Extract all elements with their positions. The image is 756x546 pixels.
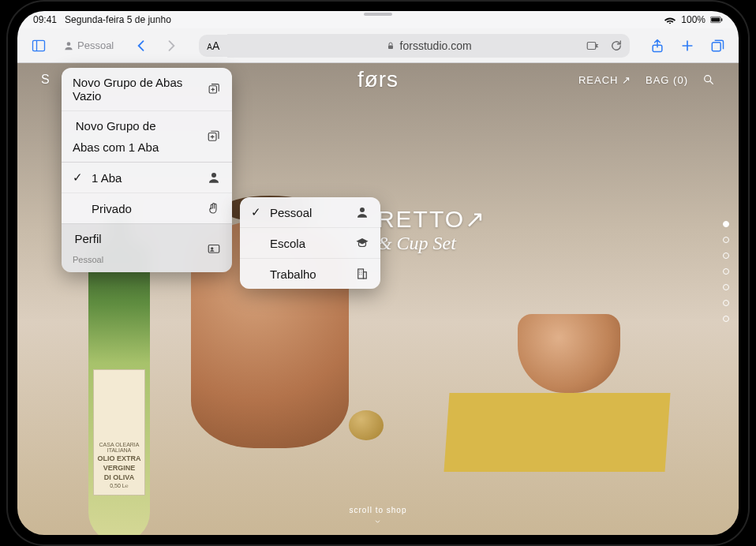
cup-graphic	[518, 314, 620, 393]
label: Escola	[270, 237, 305, 250]
scroll-hint: scroll to shop	[350, 506, 407, 525]
menu-new-tab-group-with-one[interactable]: Novo Grupo de Abas com 1 Aba	[62, 110, 232, 162]
sidebar-icon	[31, 38, 47, 54]
hero-text: RETTO↗ & Cup Set	[377, 205, 486, 254]
person-icon	[355, 205, 369, 219]
label: Novo Grupo de Abas Vazio	[73, 76, 208, 103]
shop-link[interactable]: S	[41, 73, 50, 87]
status-time: 09:41	[33, 14, 57, 25]
battery-icon	[710, 16, 723, 24]
chevron-left-icon	[133, 38, 149, 54]
bottle-line2: VERGINE	[103, 464, 136, 472]
sidebar-button[interactable]	[25, 32, 52, 59]
scroll-hint-text: scroll to shop	[350, 506, 407, 514]
page-settings-button[interactable]: AA	[199, 35, 227, 57]
page-dot-7[interactable]	[723, 316, 729, 322]
fruit-graphic	[349, 410, 384, 440]
svg-rect-3	[33, 40, 45, 50]
tabs-icon	[709, 38, 725, 54]
label-line2: Abas com 1 Aba	[73, 140, 159, 154]
tab-group-plus-icon	[207, 129, 221, 144]
svg-rect-18	[364, 272, 367, 279]
menu-private[interactable]: Privado	[62, 193, 232, 223]
graduation-icon	[355, 236, 369, 250]
plus-icon	[679, 38, 695, 54]
svg-rect-14	[208, 245, 219, 252]
site-logo[interactable]: førs	[357, 67, 399, 92]
battery-percent: 100%	[681, 14, 705, 25]
bottle-brand: CASA OLEARIA ITALIANA	[97, 442, 141, 453]
hand-icon	[207, 201, 221, 215]
napkin-graphic	[444, 393, 671, 472]
tab-group-plus-icon	[208, 82, 221, 96]
label: Pessoal	[270, 206, 312, 219]
menu-new-empty-tab-group[interactable]: Novo Grupo de Abas Vazio	[62, 68, 232, 110]
label: Privado	[92, 202, 132, 215]
bottle-line3: DI OLIVA	[104, 473, 134, 481]
address-bar-area: AA forsstudio.com	[199, 34, 630, 58]
menu-profile[interactable]: Perfil Pessoal	[62, 224, 232, 272]
share-icon	[649, 38, 665, 54]
profile-submenu: ✓Pessoal Escola Trabalho	[240, 197, 380, 289]
menu-one-tab[interactable]: ✓1 Aba	[62, 163, 232, 193]
page-dot-1[interactable]	[723, 221, 729, 227]
search-icon[interactable]	[702, 73, 715, 86]
safari-toolbar: Pessoal AA forsstudio.com	[17, 28, 739, 63]
page-indicator[interactable]	[723, 221, 729, 322]
sublabel: Pessoal	[73, 255, 103, 264]
address-field[interactable]: forsstudio.com	[227, 34, 630, 58]
lock-icon	[386, 41, 395, 50]
svg-point-15	[211, 247, 213, 249]
tab-groups-menu: Novo Grupo de Abas Vazio Novo Grupo de A…	[62, 68, 232, 272]
profile-option-escola[interactable]: Escola	[240, 227, 380, 258]
wifi-icon	[664, 16, 676, 24]
status-date: Segunda-feira 5 de junho	[65, 14, 171, 25]
svg-rect-17	[358, 269, 364, 279]
svg-point-13	[211, 173, 216, 178]
page-dot-2[interactable]	[723, 237, 729, 243]
reach-link[interactable]: REACH ↗	[578, 74, 631, 86]
building-icon	[355, 267, 369, 281]
chevron-down-icon	[372, 518, 384, 525]
chevron-right-icon	[163, 38, 179, 54]
bag-link[interactable]: BAG (0)	[646, 74, 688, 86]
page-dot-6[interactable]	[723, 300, 729, 306]
extension-icon[interactable]	[586, 39, 600, 53]
label: 1 Aba	[92, 171, 122, 185]
back-button[interactable]	[128, 32, 155, 59]
person-icon	[63, 40, 74, 51]
svg-rect-7	[587, 42, 596, 49]
svg-rect-1	[711, 18, 720, 22]
bottle-label: CASA OLEARIA ITALIANA OLIO EXTRA VERGINE…	[93, 369, 145, 496]
new-tab-button[interactable]	[674, 32, 701, 59]
url-domain: forsstudio.com	[400, 39, 472, 52]
profile-label: Pessoal	[77, 39, 114, 51]
profile-option-pessoal[interactable]: ✓Pessoal	[240, 197, 380, 227]
label: Trabalho	[270, 267, 316, 281]
page-dot-5[interactable]	[723, 284, 729, 290]
svg-point-16	[360, 208, 365, 212]
profile-card-icon	[207, 241, 221, 256]
bottle-size: 0,50 L℮	[110, 483, 129, 488]
ipad-frame: 09:41 Segunda-feira 5 de junho 100% Pess…	[17, 11, 739, 535]
profile-option-trabalho[interactable]: Trabalho	[240, 258, 380, 289]
oil-bottle-graphic: CASA OLEARIA ITALIANA OLIO EXTRA VERGINE…	[88, 243, 150, 535]
label-line1: Novo Grupo de	[76, 119, 156, 133]
hero-line1[interactable]: RETTO↗	[377, 205, 486, 233]
svg-rect-9	[712, 42, 720, 50]
hero-line2: & Cup Set	[377, 233, 486, 254]
person-icon	[207, 170, 221, 185]
page-dot-3[interactable]	[723, 252, 729, 259]
svg-rect-2	[721, 18, 722, 21]
forward-button	[158, 32, 185, 59]
profile-indicator[interactable]: Pessoal	[58, 36, 118, 54]
reload-icon[interactable]	[609, 39, 623, 53]
svg-point-5	[67, 42, 71, 46]
tabs-overview-button[interactable]	[704, 32, 731, 59]
svg-rect-6	[388, 45, 393, 49]
bottle-line1: OLIO EXTRA	[97, 454, 140, 462]
share-button[interactable]	[644, 32, 671, 59]
page-dot-4[interactable]	[723, 268, 729, 275]
label: Perfil	[74, 232, 101, 245]
status-bar: 09:41 Segunda-feira 5 de junho 100%	[17, 11, 739, 28]
